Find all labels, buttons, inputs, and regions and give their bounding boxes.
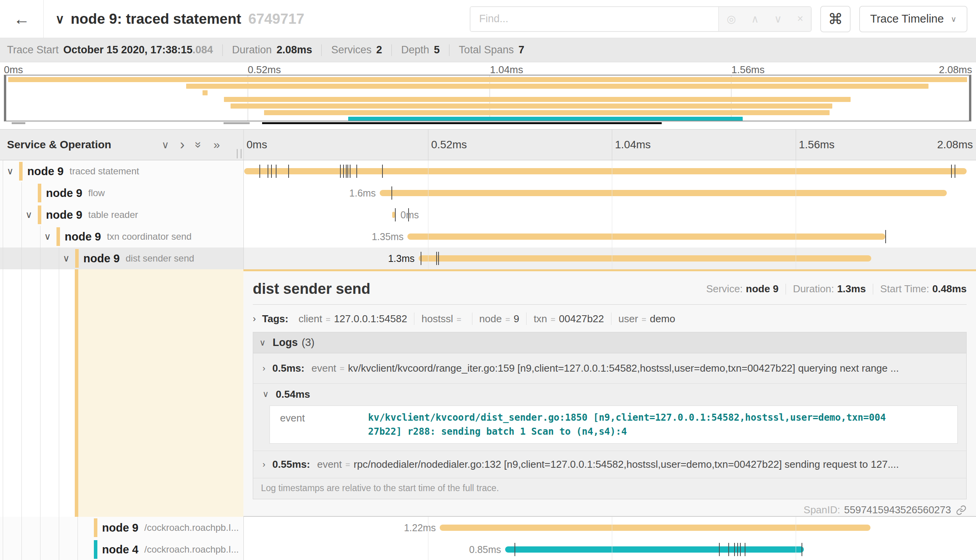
service-name: node 9 xyxy=(27,165,63,178)
divider xyxy=(611,312,611,325)
expand-all-icon[interactable]: » xyxy=(213,130,220,160)
log-marker-tick[interactable] xyxy=(951,165,952,178)
log-marker-tick[interactable] xyxy=(271,165,272,178)
trace-view-selector[interactable]: Trace Timeline ∨ xyxy=(859,6,967,32)
span-timeline-cell[interactable]: 1.35ms xyxy=(243,226,976,248)
span-bar[interactable] xyxy=(505,546,804,553)
span-name-cell[interactable]: ∨node 9dist sender send xyxy=(0,248,243,269)
span-row[interactable]: ∨node 9table reader0ms xyxy=(0,204,976,226)
log-marker-tick[interactable] xyxy=(268,165,268,178)
span-name-cell[interactable]: node 9flow xyxy=(0,182,243,204)
log-marker-tick[interactable] xyxy=(421,252,421,265)
span-name-cell[interactable]: ∨node 9traced statement xyxy=(0,160,243,182)
log-marker-tick[interactable] xyxy=(395,208,396,221)
log-marker-tick[interactable] xyxy=(391,186,392,200)
log-marker-tick[interactable] xyxy=(340,165,341,178)
divider xyxy=(243,130,244,160)
log-marker-tick[interactable] xyxy=(259,165,260,178)
log-marker-tick[interactable] xyxy=(802,543,802,556)
span-id-row: SpanID: 5597415943526560273 xyxy=(253,504,967,516)
log-marker-tick[interactable] xyxy=(514,543,515,556)
span-row[interactable]: node 9/cockroach.roachpb.I...1.22ms xyxy=(0,517,976,539)
span-bar[interactable] xyxy=(380,190,947,196)
log-marker-tick[interactable] xyxy=(728,543,729,556)
minimap-scrubber[interactable] xyxy=(4,122,971,125)
span-row[interactable]: ∨node 9traced statement xyxy=(0,160,976,182)
viewport-range-indicator[interactable] xyxy=(262,122,662,124)
minimap-canvas[interactable] xyxy=(4,75,971,121)
span-timeline-cell[interactable]: 1.6ms xyxy=(243,182,976,204)
minimap-tick-label: 0ms xyxy=(4,64,23,76)
column-divider[interactable] xyxy=(243,160,244,269)
log-marker-tick[interactable] xyxy=(347,165,348,178)
log-marker-tick[interactable] xyxy=(288,165,289,178)
span-name-cell[interactable]: node 4/cockroach.roachpb.I... xyxy=(0,539,243,560)
collapse-all-icon[interactable]: » xyxy=(183,142,214,148)
span-timeline-cell[interactable]: 0.85ms xyxy=(243,539,976,560)
column-divider[interactable] xyxy=(243,517,244,560)
find-input[interactable] xyxy=(470,7,718,31)
log-marker-tick[interactable] xyxy=(885,230,886,243)
log-marker-tick[interactable] xyxy=(436,252,437,265)
span-bar[interactable] xyxy=(392,212,395,218)
log-entry[interactable]: › 0.5ms: event = kv/kvclient/kvcoord/ran… xyxy=(253,353,966,384)
minimap-span-bar xyxy=(186,84,928,89)
tag-item: client=127.0.0.1:54582 xyxy=(298,313,407,325)
log-marker-tick[interactable] xyxy=(276,165,277,178)
chevron-down-icon[interactable]: ∨ xyxy=(42,226,53,248)
service-name: node 9 xyxy=(46,209,82,221)
span-row[interactable]: node 9flow1.6ms xyxy=(0,182,976,204)
gridline xyxy=(428,160,428,269)
top-bar: ← ∨ node 9: traced statement 6749717 ◎ ∧… xyxy=(0,0,976,38)
span-name-cell[interactable]: ∨node 9table reader xyxy=(0,204,243,226)
collapse-trace-header-icon[interactable]: ∨ xyxy=(55,12,64,26)
log-marker-tick[interactable] xyxy=(356,165,357,178)
log-entry[interactable]: › 0.55ms: event = rpc/nodedialer/nodedia… xyxy=(253,451,966,478)
span-bar[interactable] xyxy=(407,233,885,240)
log-marker-tick[interactable] xyxy=(438,252,439,265)
log-marker-tick[interactable] xyxy=(734,543,735,556)
span-row[interactable]: ∨node 9txn coordinator send1.35ms xyxy=(0,226,976,248)
chevron-down-icon[interactable]: ∨ xyxy=(61,248,71,269)
log-marker-tick[interactable] xyxy=(719,543,720,556)
minimap-span-bar xyxy=(203,90,207,95)
span-timeline-cell[interactable]: 1.3ms xyxy=(243,248,976,269)
tags-row[interactable]: › Tags: client=127.0.0.1:54582 hostssl= … xyxy=(253,310,967,327)
span-timeline-cell[interactable]: 1.22ms xyxy=(243,517,976,539)
log-field-value: rpc/nodedialer/nodedialer.go:132 [n9,cli… xyxy=(354,458,899,470)
log-marker-tick[interactable] xyxy=(745,543,745,556)
column-resize-grip[interactable] xyxy=(237,149,241,158)
log-marker-tick[interactable] xyxy=(346,165,347,178)
indent-guide xyxy=(59,248,59,269)
log-marker-tick[interactable] xyxy=(737,543,738,556)
span-name-cell[interactable]: node 9/cockroach.roachpb.I... xyxy=(0,517,243,539)
find-next-icon[interactable]: ∨ xyxy=(774,13,782,25)
span-row[interactable]: node 4/cockroach.roachpb.I...0.85ms xyxy=(0,539,976,560)
span-name-cell[interactable]: ∨node 9txn coordinator send xyxy=(0,226,243,248)
find-match-icon[interactable]: ◎ xyxy=(727,13,736,25)
log-marker-tick[interactable] xyxy=(343,165,344,178)
span-timeline-cell[interactable]: 0ms xyxy=(243,204,976,226)
scrubber-handle[interactable] xyxy=(12,122,25,124)
tag-item: user=demo xyxy=(618,313,675,325)
logs-header[interactable]: ∨ Logs (3) xyxy=(253,332,966,353)
back-button[interactable]: ← xyxy=(0,0,44,38)
span-bar[interactable] xyxy=(244,168,967,174)
find-clear-icon[interactable]: × xyxy=(797,13,803,25)
span-bar[interactable] xyxy=(419,255,871,262)
keyboard-shortcuts-button[interactable]: ⌘ xyxy=(820,6,851,32)
log-marker-tick[interactable] xyxy=(350,165,351,178)
scrubber-handle[interactable] xyxy=(224,122,250,124)
log-marker-tick[interactable] xyxy=(382,165,383,178)
chevron-down-icon[interactable]: ∨ xyxy=(24,204,34,226)
find-prev-icon[interactable]: ∧ xyxy=(751,13,759,25)
collapse-one-icon[interactable]: ∨ xyxy=(162,130,169,160)
chevron-down-icon[interactable]: ∨ xyxy=(5,160,15,182)
log-marker-tick[interactable] xyxy=(955,165,955,178)
span-bar[interactable] xyxy=(440,525,870,531)
log-marker-tick[interactable] xyxy=(740,543,741,556)
span-timeline-cell[interactable] xyxy=(243,160,976,182)
span-row[interactable]: ∨node 9dist sender send1.3ms xyxy=(0,248,976,269)
deep-link-icon[interactable] xyxy=(956,505,967,516)
log-entry-header[interactable]: ∨ 0.54ms xyxy=(262,388,966,401)
